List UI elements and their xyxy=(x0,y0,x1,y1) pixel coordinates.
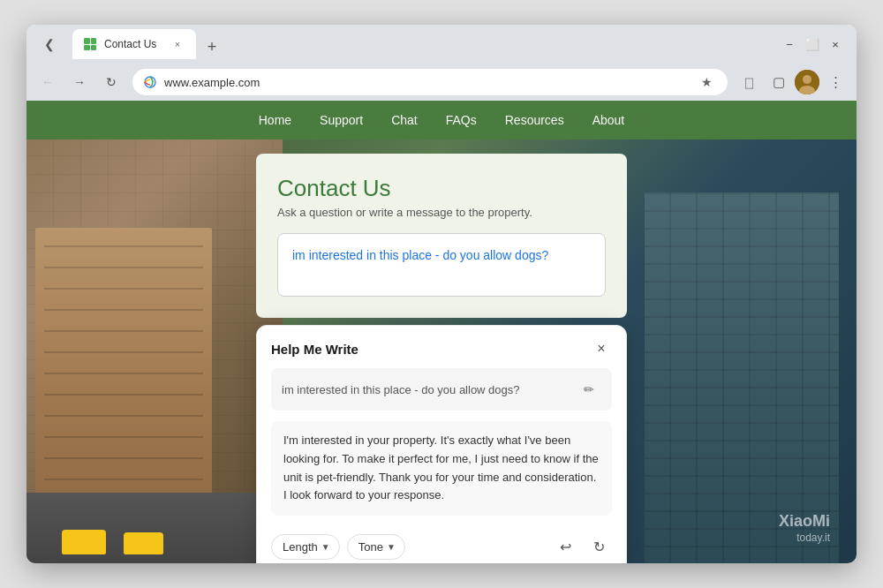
tab-favicon-grid xyxy=(84,38,96,50)
hmw-edit-button[interactable]: ✏ xyxy=(577,377,601,402)
address-bar-right: ⎕ ▢ ⋮ xyxy=(735,68,849,96)
tab-group-chevron[interactable]: ❮ xyxy=(37,32,62,57)
tone-label: Tone xyxy=(358,540,383,554)
forward-button[interactable]: → xyxy=(65,68,94,96)
browser-window: ❮ Contact Us × + − ⬜ × ← → ↻ xyxy=(26,25,857,563)
hmw-actions: ↩ ↻ xyxy=(552,533,612,560)
hmw-title: Help Me Write xyxy=(271,342,358,357)
watermark-text: XiaoMi xyxy=(779,511,830,531)
hmw-undo-button[interactable]: ↩ xyxy=(552,533,578,560)
contact-subtitle: Ask a question or write a message to the… xyxy=(277,206,606,219)
pencil-icon: ✏ xyxy=(584,382,594,396)
url-actions: ★ xyxy=(696,72,717,93)
split-screen-button[interactable]: ▢ xyxy=(765,68,793,96)
reload-button[interactable]: ↻ xyxy=(97,68,125,96)
contact-title: Contact Us xyxy=(277,175,606,202)
nav-about[interactable]: About xyxy=(592,109,625,131)
send-to-devices-button[interactable]: ⎕ xyxy=(735,68,763,96)
street-visual xyxy=(26,493,283,563)
hmw-controls: Length ▼ Tone ▼ ↩ ↻ xyxy=(257,526,626,563)
length-label: Length xyxy=(283,540,318,554)
svg-point-0 xyxy=(145,77,155,87)
window-right-controls: − ⬜ × xyxy=(779,34,846,55)
close-window-button[interactable]: × xyxy=(825,34,846,55)
watermark-sub: today.it xyxy=(779,531,830,546)
contact-card: Contact Us Ask a question or write a mes… xyxy=(256,154,627,318)
watermark: XiaoMi today.it xyxy=(779,511,830,546)
more-options-button[interactable]: ⋮ xyxy=(821,68,849,96)
undo-icon: ↩ xyxy=(560,539,571,555)
new-tab-button[interactable]: + xyxy=(200,34,224,59)
hmw-dropdowns: Length ▼ Tone ▼ xyxy=(271,534,405,560)
nav-resources[interactable]: Resources xyxy=(505,109,564,131)
taxi-2 xyxy=(124,532,163,554)
tone-dropdown[interactable]: Tone ▼ xyxy=(347,534,405,560)
tab-bar: Contact Us × + xyxy=(72,29,772,59)
help-me-write-popup: Help Me Write × im interested in this pl… xyxy=(256,325,627,563)
title-bar: ❮ Contact Us × + − ⬜ × xyxy=(26,25,857,64)
taxi-1 xyxy=(62,530,106,554)
content-area: Contact Us Ask a question or write a mes… xyxy=(256,139,627,563)
hmw-header: Help Me Write × xyxy=(257,326,626,368)
redo-icon: ↻ xyxy=(593,539,605,555)
url-text: www.example.com xyxy=(164,76,689,89)
url-bar[interactable]: www.example.com ★ xyxy=(132,69,728,95)
window-controls: ❮ xyxy=(37,32,62,57)
hmw-redo-button[interactable]: ↻ xyxy=(585,533,612,560)
tone-chevron-icon: ▼ xyxy=(387,542,396,552)
nav-support[interactable]: Support xyxy=(320,109,363,131)
svg-point-2 xyxy=(803,75,811,84)
message-input[interactable] xyxy=(277,233,606,297)
length-chevron-icon: ▼ xyxy=(321,542,330,552)
hmw-suggestion-text: I'm interested in your property. It's ex… xyxy=(283,432,600,505)
nav-chat[interactable]: Chat xyxy=(391,109,418,131)
hmw-close-button[interactable]: × xyxy=(591,338,612,359)
hmw-suggestion-box: I'm interested in your property. It's ex… xyxy=(271,421,612,516)
bookmark-button[interactable]: ★ xyxy=(696,72,717,93)
tab-close-button[interactable]: × xyxy=(170,36,185,52)
tab-favicon xyxy=(83,37,97,51)
nav-home[interactable]: Home xyxy=(259,109,291,131)
active-tab[interactable]: Contact Us × xyxy=(72,29,196,59)
back-button[interactable]: ← xyxy=(34,68,62,96)
google-icon xyxy=(143,75,157,89)
building-right-visual xyxy=(645,192,839,563)
minimize-button[interactable]: − xyxy=(779,34,800,55)
address-bar: ← → ↻ www.example.com ★ ⎕ ▢ xyxy=(26,64,857,101)
nav-faqs[interactable]: FAQs xyxy=(446,109,477,131)
maximize-button[interactable]: ⬜ xyxy=(802,34,823,55)
bg-left-building xyxy=(26,101,283,563)
hmw-input-row: im interested in this place - do you all… xyxy=(271,368,612,411)
tab-label: Contact Us xyxy=(104,38,162,50)
profile-avatar-button[interactable] xyxy=(795,70,819,94)
site-nav: Home Support Chat FAQs Resources About xyxy=(26,101,857,139)
hmw-input-text: im interested in this place - do you all… xyxy=(282,383,577,396)
length-dropdown[interactable]: Length ▼ xyxy=(271,534,340,560)
page-content: Home Support Chat FAQs Resources About C… xyxy=(26,101,857,563)
